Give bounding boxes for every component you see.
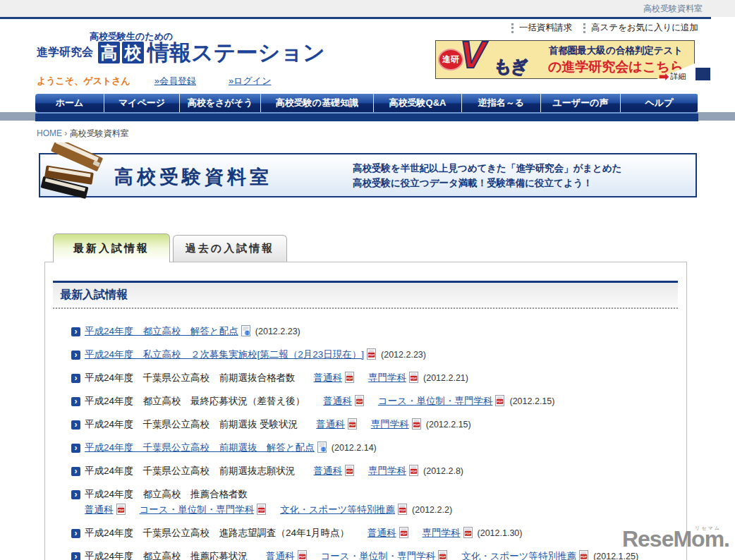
pdf-icon[interactable]: PDF <box>345 465 354 476</box>
svg-text:PDF: PDF <box>581 555 587 559</box>
category-link[interactable]: 普通科 <box>314 372 343 383</box>
pdf-icon[interactable]: PDF <box>409 465 418 476</box>
dotted-separator-icon <box>583 23 585 33</box>
utility-links: 一括資料請求 高ステをお気に入りに追加 <box>511 22 698 34</box>
nav-item-gyakushimei[interactable]: 逆指名～る <box>462 94 541 112</box>
site-logo[interactable]: 進学研究会 高 校 情報ステーション <box>37 42 325 63</box>
books-icon <box>38 142 110 205</box>
row-title: 平成24年度 都立高校 最終応募状況（差替え後） <box>85 396 305 406</box>
svg-text:PDF: PDF <box>497 400 504 403</box>
svg-text:PDF: PDF <box>346 377 353 380</box>
row-line1: ›平成24年度 千葉県公立高校 前期選抜 受験状況普通科 PDF 専門学科 PD… <box>71 419 471 430</box>
category-link[interactable]: 専門学科 <box>368 465 406 476</box>
pdf-icon[interactable]: PDF <box>345 372 354 383</box>
category-link[interactable]: 専門学科 <box>371 419 409 430</box>
pdf-icon[interactable]: PDF <box>398 504 407 515</box>
category-link[interactable]: 文化・スポーツ等特別推薦 <box>461 551 576 560</box>
tab-latest-exam-info[interactable]: 最新入試情報 <box>53 233 170 262</box>
pdf-icon[interactable]: PDF <box>298 550 307 560</box>
banner-line1: 首都圏最大級の合格判定テスト <box>539 44 693 57</box>
category-link[interactable]: 普通科 <box>266 551 295 560</box>
row-line1: ›平成24年度 都立高校 最終応募状況（差替え後）普通科 PDF コース・単位制… <box>71 396 554 406</box>
category-link[interactable]: 普通科 <box>316 419 345 430</box>
login-link[interactable]: »ログイン <box>229 75 271 87</box>
pdf-icon[interactable]: PDF <box>257 504 266 515</box>
pdf-icon[interactable]: PDF <box>116 504 126 515</box>
pdf-icon[interactable]: PDF <box>438 550 447 560</box>
web-page-icon[interactable] <box>317 442 327 453</box>
news-list: ›平成24年度 都立高校 解答と配点 (2012.2.23) ›平成24年度 私… <box>71 324 686 560</box>
date-label: (2012.2.8) <box>423 466 463 476</box>
list-item: ›平成24年度 千葉県公立高校 前期選抜合格者数普通科 PDF 専門学科 PDF… <box>71 371 686 385</box>
pdf-icon[interactable]: PDF <box>399 527 408 538</box>
nav-item-basics[interactable]: 高校受験の基礎知識 <box>261 94 374 112</box>
bulk-request-link[interactable]: 一括資料請求 <box>511 22 572 34</box>
svg-text:PDF: PDF <box>118 509 124 512</box>
category-link[interactable]: 普通科 <box>314 465 343 476</box>
v-logo: V <box>460 35 485 73</box>
category-link[interactable]: 普通科 <box>368 528 396 538</box>
org-name: 進学研究会 <box>37 45 93 63</box>
register-link[interactable]: »会員登録 <box>154 75 196 87</box>
nav-item-user-voice[interactable]: ユーザーの声 <box>541 94 621 112</box>
nav-item-help[interactable]: ヘルプ <box>621 94 698 112</box>
pdf-icon[interactable]: PDF <box>495 395 504 406</box>
row-line2: 普通科 PDF コース・単位制・専門学科 PDF 文化・スポーツ等特別推薦 PD… <box>71 503 686 517</box>
svg-text:PDF: PDF <box>399 509 406 512</box>
pdf-icon[interactable]: PDF <box>367 348 376 360</box>
category-link[interactable]: 専門学科 <box>423 528 461 538</box>
vmogi-ad-banner[interactable]: 進研 V もぎ 首都圏最大級の合格判定テスト の進学研究会はこちら <box>435 40 695 79</box>
row-title[interactable]: 平成24年度 都立高校 解答と配点 <box>85 326 238 336</box>
date-label: (2012.2.15) <box>509 396 554 406</box>
category-link[interactable]: 普通科 <box>85 504 114 515</box>
row-title[interactable]: 平成24年度 千葉県公立高校 前期選抜 解答と配点 <box>85 442 315 453</box>
pdf-icon[interactable]: PDF <box>409 372 418 383</box>
red-arrow-icon: ➡ <box>659 71 669 83</box>
date-label: (2012.2.21) <box>423 373 468 383</box>
banner-detail-link[interactable]: ➡ 詳細 <box>659 71 686 83</box>
category-link[interactable]: 専門学科 <box>368 372 406 383</box>
nav-item-school-search[interactable]: 高校をさがそう <box>180 94 261 112</box>
row-title: 平成24年度 千葉県公立高校 前期選抜 受験状況 <box>85 419 298 430</box>
row-title[interactable]: 平成24年度 私立高校 ２次募集実施校[第二報（2月23日現在）] <box>85 349 364 360</box>
banner-navy-block <box>695 68 710 80</box>
svg-text:PDF: PDF <box>356 400 363 403</box>
top-bar-title: 高校受験資料室 <box>643 3 703 15</box>
mogi-text: もぎ <box>494 55 527 78</box>
pdf-icon[interactable]: PDF <box>348 418 357 430</box>
nav-item-qa[interactable]: 高校受験Q&A <box>374 94 462 112</box>
arrow-icon: › <box>71 351 80 360</box>
web-page-icon[interactable] <box>241 325 250 336</box>
nav-item-mypage[interactable]: マイページ <box>104 94 180 112</box>
pdf-icon[interactable]: PDF <box>355 395 364 406</box>
row-title: 平成24年度 都立高校 推薦応募状況 <box>85 551 248 560</box>
logo-box-char: 校 <box>122 42 144 63</box>
pdf-icon[interactable]: PDF <box>579 550 588 560</box>
top-bar: 高校受験資料室 <box>0 0 735 17</box>
pdf-icon[interactable]: PDF <box>412 418 421 430</box>
category-link[interactable]: コース・単位制・専門学科 <box>140 504 255 515</box>
date-label: (2012.1.30) <box>478 528 523 538</box>
arrow-icon: › <box>71 444 80 453</box>
detail-label: 詳細 <box>670 71 686 82</box>
arrow-icon: › <box>71 327 80 336</box>
breadcrumb-home[interactable]: HOME <box>37 128 62 138</box>
list-item: ›平成24年度 都立高校 推薦合格者数 普通科 PDF コース・単位制・専門学科… <box>71 487 686 517</box>
row-line1: ›平成24年度 千葉県公立高校 前期選抜志願状況普通科 PDF 専門学科 PDF… <box>71 465 463 476</box>
arrow-icon: › <box>71 552 80 560</box>
row-line1: ›平成24年度 都立高校 解答と配点 (2012.2.23) <box>71 326 300 336</box>
tab-past-exam-info[interactable]: 過去の入試情報 <box>173 235 287 262</box>
category-link[interactable]: コース・単位制・専門学科 <box>378 396 493 406</box>
logo-box-char: 高 <box>98 42 120 63</box>
category-link[interactable]: 文化・スポーツ等特別推薦 <box>280 504 395 515</box>
page: 高校受験資料室 一括資料請求 高ステをお気に入りに追加 高校受験生のための 進学… <box>0 0 735 560</box>
pdf-icon[interactable]: PDF <box>463 527 473 538</box>
top-divider <box>0 17 711 19</box>
nav-item-home[interactable]: ホーム <box>35 94 104 112</box>
category-link[interactable]: コース・単位制・専門学科 <box>321 551 436 560</box>
date-label: (2012.2.15) <box>426 420 471 430</box>
category-link[interactable]: 普通科 <box>323 396 352 406</box>
tab-panel: 最新入試情報 ›平成24年度 都立高校 解答と配点 (2012.2.23) ›平… <box>44 262 687 560</box>
row-line1: ›平成24年度 千葉県公立高校 進路志望調査（24年1月時点）普通科 PDF 専… <box>71 528 522 538</box>
add-favorite-link[interactable]: 高ステをお気に入りに追加 <box>583 22 698 34</box>
